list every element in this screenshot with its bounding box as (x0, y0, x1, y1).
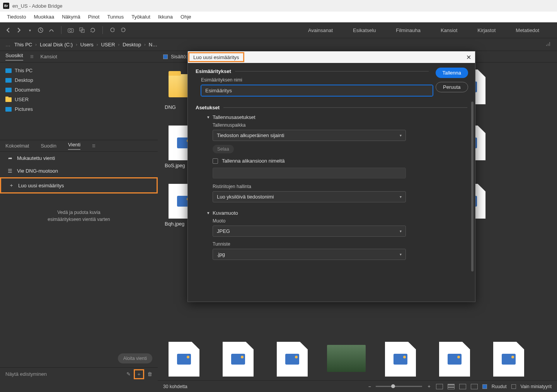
thumbnail-photo[interactable] (327, 342, 366, 377)
window-titlebar: Br en_US - Adobe Bridge (0, 0, 557, 12)
breadcrumb-item[interactable]: This PC (14, 42, 32, 48)
workspace-preview[interactable]: Esikatselu (351, 26, 378, 35)
subfolder-label: Tallenna alikansioon nimeltä (222, 158, 285, 164)
plus-icon: ＋ (8, 182, 14, 189)
view-thumbnails-icon[interactable] (448, 384, 455, 389)
favorite-item[interactable]: Pictures (0, 104, 158, 114)
menu-tools[interactable]: Työkalut (128, 12, 154, 21)
menu-window[interactable]: Ikkuna (154, 12, 177, 21)
workspace-metadata[interactable]: Metatiedot (513, 26, 542, 35)
chevron-down-icon: ▾ (207, 210, 210, 216)
menubar: Tiedosto Muokkaa Näkymä Pinot Tunnus Työ… (0, 12, 557, 22)
breadcrumb-item[interactable]: Local Disk (C:) (40, 42, 73, 48)
chevron-down-icon: ▾ (207, 115, 210, 120)
save-location-select[interactable]: Tiedoston alkuperäinen sijainti▾ (213, 130, 406, 141)
thumbnail-image[interactable] (219, 342, 257, 377)
history-icon[interactable] (36, 26, 45, 34)
save-button[interactable]: Tallenna (436, 68, 468, 78)
export-new-preset[interactable]: ＋ Luo uusi esimääritys (0, 177, 158, 193)
breadcrumb-ellipsis[interactable]: … (5, 42, 10, 48)
workspace-libraries[interactable]: Kirjastot (475, 26, 498, 35)
view-list-icon[interactable] (471, 384, 478, 389)
list-icon: ☰ (7, 168, 13, 174)
favorite-item[interactable]: Desktop (0, 75, 158, 85)
save-settings-group[interactable]: ▾Tallennusasetukset (207, 114, 467, 120)
trash-icon[interactable]: 🗑 (147, 371, 152, 377)
rotate-cw-icon[interactable] (119, 26, 128, 34)
item-count: 30 kohdetta (163, 384, 187, 389)
thumbnail-image[interactable] (435, 342, 474, 377)
main-toolbar: ▾ Avainsanat Esikatselu Filminauha Kansi… (0, 22, 557, 38)
preset-name-input[interactable] (201, 85, 433, 96)
zoom-plus-icon[interactable]: ＋ (427, 383, 431, 390)
image-format-group[interactable]: ▾Kuvamuoto (207, 210, 467, 216)
select-all-checkbox[interactable] (163, 54, 168, 59)
extension-label: Tunniste (213, 241, 467, 247)
svg-point-2 (70, 29, 72, 32)
menu-stacks[interactable]: Pinot (84, 12, 104, 21)
start-export-button[interactable]: Aloita vienti (118, 353, 152, 363)
window-title: en_US - Adobe Bridge (12, 3, 62, 9)
breadcrumb-item[interactable]: Desktop (123, 42, 141, 48)
grid-checkbox[interactable] (482, 384, 487, 389)
export-custom[interactable]: ➦ Mukautettu vienti (0, 152, 158, 165)
thumbnail-image[interactable] (273, 342, 312, 377)
tab-filter[interactable]: Suodin (41, 143, 56, 149)
save-location-label: Tallennuspaikka (213, 122, 467, 128)
close-icon[interactable]: ✕ (466, 54, 471, 61)
menu-edit[interactable]: Muokkaa (30, 12, 58, 21)
breadcrumb: … This PC› Local Disk (C:)› Users› USER›… (0, 38, 557, 51)
thumbnail-image[interactable] (381, 342, 420, 377)
add-preset-icon[interactable]: ＋ (134, 369, 144, 379)
breadcrumb-item[interactable]: USER (101, 42, 115, 48)
thumbnail-size-slider[interactable] (376, 386, 422, 387)
conflict-select[interactable]: Luo yksilöivä tiedostonimi▾ (213, 191, 406, 202)
workspace-filmstrip[interactable]: Filminauha (393, 26, 423, 35)
tab-export[interactable]: Vienti (68, 142, 80, 150)
camera-import-icon[interactable] (67, 26, 75, 34)
nav-forward-icon[interactable] (15, 26, 23, 34)
settings-section-head: Asetukset (196, 105, 467, 110)
menu-view[interactable]: Näkymä (58, 12, 84, 21)
tab-collections[interactable]: Kokoelmat (5, 143, 29, 149)
menu-file[interactable]: Tiedosto (3, 12, 30, 21)
favorite-item[interactable]: Documents (0, 85, 158, 95)
subfolder-checkbox[interactable] (213, 158, 218, 164)
view-details-icon[interactable] (459, 384, 466, 389)
export-dng[interactable]: ☰ Vie DNG-muotoon (0, 165, 158, 177)
browse-button[interactable]: Selaa (213, 145, 234, 153)
workspace-keywords[interactable]: Avainsanat (306, 26, 335, 35)
thumbnail-image[interactable] (165, 342, 203, 377)
chevron-down-icon[interactable]: ▾ (26, 26, 34, 34)
menu-label[interactable]: Tunnus (103, 12, 128, 21)
rotate-ccw-icon[interactable] (108, 26, 117, 34)
thumbnail-image[interactable] (489, 342, 528, 377)
breadcrumb-item[interactable]: Users (80, 42, 94, 48)
format-label: Muoto (213, 218, 467, 224)
thumbs-only-label: Vain miniatyyrit (521, 384, 552, 389)
boomerang-icon[interactable] (47, 26, 56, 34)
conflict-label: Ristiriitojen hallinta (213, 184, 467, 189)
workspace-folders[interactable]: Kansiot (438, 26, 460, 35)
thumbs-only-checkbox[interactable] (511, 384, 516, 389)
extension-select[interactable]: .jpg▾ (213, 249, 406, 260)
nav-back-icon[interactable] (4, 26, 12, 34)
batch-icon[interactable] (78, 26, 86, 34)
format-select[interactable]: JPEG▾ (213, 226, 406, 237)
tab-folders[interactable]: Kansiot (41, 54, 57, 59)
content-header-label: Sisältö: (171, 54, 187, 59)
menu-help[interactable]: Ohje (177, 12, 195, 21)
zoom-minus-icon[interactable]: − (368, 384, 371, 389)
view-grid-icon[interactable] (436, 384, 443, 389)
dialog-scrollbar[interactable] (471, 102, 474, 272)
show-progress-label[interactable]: Näytä edistyminen (5, 371, 47, 377)
status-bar: 30 kohdetta − ＋ Ruudut Vain miniatyyrit (158, 380, 557, 392)
refresh-icon[interactable] (89, 26, 97, 34)
favorite-item[interactable]: This PC (0, 66, 158, 75)
export-icon: ➦ (7, 155, 13, 161)
pencil-icon[interactable]: ✎ (126, 371, 131, 377)
breadcrumb-item[interactable]: N… (149, 42, 157, 48)
favorite-item[interactable]: USER (0, 95, 158, 104)
tab-favorites[interactable]: Suosikit (5, 53, 23, 61)
cancel-button[interactable]: Peruuta (436, 82, 468, 92)
